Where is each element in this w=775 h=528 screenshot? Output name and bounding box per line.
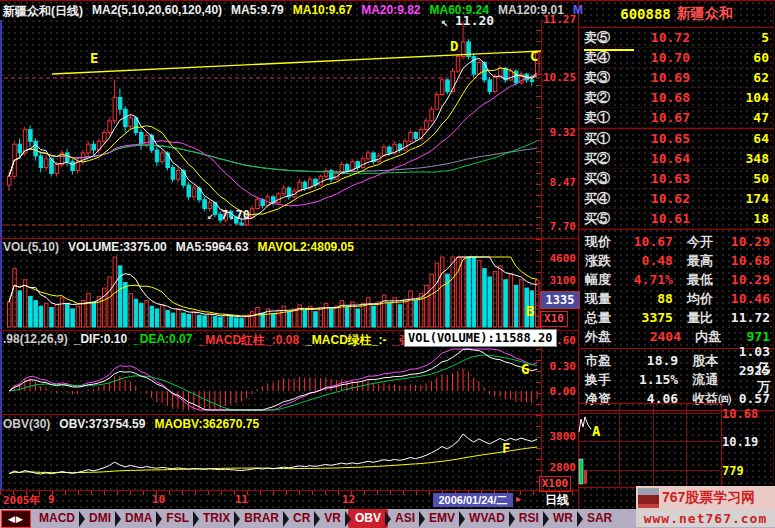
main-header-segment: M [573,3,583,20]
main-header-segment: MA20:9.82 [361,3,420,20]
tab-dmi[interactable]: DMI [82,509,118,528]
chart-annotation-7.70: 7.70 [221,208,250,222]
macd-chart[interactable] [0,346,542,414]
sell-orders: 卖⑤10.725卖④10.7060卖③10.6962卖②10.68104卖①10… [579,28,774,128]
obv-axis-label: 3800 [543,430,576,443]
tab-asi[interactable]: ASI [388,509,422,528]
date-label: 12 [342,493,355,506]
macd-header-segment: _MACD红柱_:0.08 [198,332,299,349]
macd-header-segment: _MACD绿柱_:- [305,332,386,349]
sell-row: 卖①10.6747 [579,108,774,128]
main-header-segment: MA10:9.67 [293,3,352,20]
watermark[interactable]: 767股票学习网 www.net767.com [636,486,775,527]
sell-row: 卖③10.6962 [579,68,774,88]
volume-chart[interactable] [0,254,542,330]
macd-axis-label: 0.30 [543,360,576,373]
tab-wvad[interactable]: WVAD [462,509,512,528]
chart-annotation-A: A [592,423,600,439]
date-label: 10 [152,493,165,506]
watermark-url[interactable]: www.net767.com [636,510,775,527]
price-axis-label: 9.32 [543,126,576,139]
date-label: 2005年 [3,493,41,508]
tab-brar[interactable]: BRAR [237,509,286,528]
divider-main-vol [0,238,578,239]
buy-orders: 买①10.6564买②10.64348买③10.6350买④10.62174买⑤… [579,129,774,229]
mini-axis-label: 10.19 [722,435,758,449]
vol-header-segment: VOL(5,10) [3,240,59,254]
tab-wr[interactable]: WR [546,509,580,528]
main-header-segment: MA2(5,10,20,60,120,40) [92,3,222,20]
stock-app-window: 新疆众和(日线)MA2(5,10,20,60,120,40)MA5:9.79MA… [0,0,775,528]
macd-axis-label: 0.00 [543,385,576,398]
chart-annotation-F: F [502,440,510,456]
price-axis-label: 8.47 [543,176,576,189]
info-row: 幅度4.71%最低10.29 [579,270,774,289]
main-indicator-header: 新疆众和(日线)MA2(5,10,20,60,120,40)MA5:9.79MA… [3,3,583,20]
obv-axis-label: 2800 [543,461,576,474]
info-row: 涨跌0.48最高10.68 [579,251,774,270]
price-axis-label: 10.25 [543,71,576,84]
macd-header-segment: _DIF:0.10 [74,332,127,349]
mini-axis-label: 779 [722,464,744,478]
volume-scale-box: X10 [540,311,568,327]
info-row: 总量3375量比11.72 [579,308,774,327]
date-label: 11 [235,493,248,506]
tab-emv[interactable]: EMV [422,509,462,528]
vol-header-segment: MA5:5964.63 [176,240,249,254]
macd-indicator-header: .98(12,26,9)_DIF:0.10_DEA:0.07_MACD红柱_:0… [3,332,434,349]
chart-annotation-E: E [90,50,98,66]
cursor-date-box: 2006/01/24/二 [433,493,513,507]
divider-macd-obv [0,414,578,415]
obv-indicator-header: OBV(30)OBV:373754.59MAOBV:362670.75 [3,417,259,431]
chart-annotation-D: D [450,38,458,54]
volume-tooltip: VOL(VOLUME):11588.20 [404,329,557,347]
tab-macd[interactable]: MACD [32,509,82,528]
buy-row: 买③10.6350 [579,169,774,189]
left-edge-line [0,20,2,490]
tab-obv[interactable]: OBV [348,509,388,528]
mini-axis-label: 10.68 [722,407,758,421]
tab-dma[interactable]: DMA [118,509,159,528]
mini-chart-plot [578,403,722,487]
info-row: 换手1.15%流通2925万 [579,370,774,389]
stock-name: 新疆众和 [677,5,733,23]
volume-indicator-header: VOL(5,10)VOLUME:3375.00MA5:5964.63MAVOL2… [3,240,354,254]
period-label[interactable]: 日线 [545,492,569,509]
buy-row: 买⑤10.6118 [579,209,774,229]
info-row: 现价10.67今开10.29 [579,232,774,251]
main-header-segment: MA120:9.01 [498,3,564,20]
tab-trix[interactable]: TRIX [196,509,237,528]
divider-obv-date [0,490,578,491]
tab-vr[interactable]: VR [317,509,348,528]
date-next-arrow[interactable]: ▸ [516,493,521,504]
tab-fsl[interactable]: FSL [159,509,196,528]
vol-header-segment: VOLUME:3375.00 [68,240,167,254]
quote-info-primary: 现价10.67今开10.29涨跌0.48最高10.68幅度4.71%最低10.2… [579,230,774,346]
macd-header-segment: _DEA:0.07 [133,332,192,349]
chart-annotation-↙: ↙ [207,209,214,222]
macd-header-segment: .98(12,26,9) [3,332,68,349]
obv-chart[interactable] [0,428,542,490]
info-row: 现量88均价10.46 [579,289,774,308]
sell-row: 卖⑤10.725 [579,28,774,48]
obv-header-segment: MAOBV:362670.75 [154,417,259,431]
obv-scale-box: X100 [539,476,571,492]
main-header-segment: MA5:9.79 [231,3,284,20]
chart-annotation-B: B [526,303,534,319]
date-label: 9 [48,493,55,506]
obv-header-segment: OBV:373754.59 [59,417,145,431]
sell-row: 卖②10.68104 [579,88,774,108]
tab-cr[interactable]: CR [286,509,317,528]
candlestick-chart[interactable] [0,20,542,238]
tab-sar[interactable]: SAR [580,509,619,528]
buy-row: 买①10.6564 [579,129,774,149]
chart-annotation-C: C [530,48,538,64]
watermark-title: 767股票学习网 [662,489,755,507]
price-axis-label: 7.70 [543,220,576,233]
chart-annotation-11.20: 11.20 [455,13,494,28]
tab-rsi[interactable]: RSI [512,509,546,528]
tab-scroll-arrows[interactable]: ◀▶ [1,510,31,528]
volume-axis-label: 4600 [543,252,576,265]
vol-header-segment: MAVOL2:4809.05 [257,240,354,254]
volume-axis-label: 3100 [543,274,576,287]
